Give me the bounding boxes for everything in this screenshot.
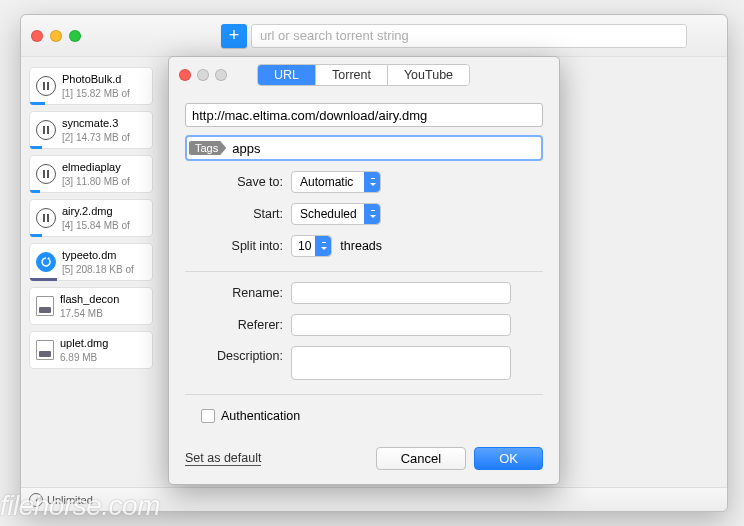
file-icon: [36, 296, 54, 316]
save-to-label: Save to:: [185, 175, 291, 189]
cancel-button[interactable]: Cancel: [376, 447, 466, 470]
pause-icon[interactable]: [36, 76, 56, 96]
url-input[interactable]: [185, 103, 543, 127]
dialog-zoom-icon: [215, 69, 227, 81]
download-item[interactable]: syncmate.3 [2] 14.73 MB of: [29, 111, 153, 149]
dialog-minimize-icon: [197, 69, 209, 81]
download-meta: [5] 208.18 KB of: [62, 263, 146, 276]
tags-chip-icon: Tags: [189, 141, 226, 155]
download-item[interactable]: flash_decon 17.54 MB: [29, 287, 153, 325]
pause-icon[interactable]: [36, 208, 56, 228]
download-meta: [2] 14.73 MB of: [62, 131, 146, 144]
main-titlebar: + url or search torrent string: [21, 15, 727, 57]
download-item[interactable]: typeeto.dm [5] 208.18 KB of: [29, 243, 153, 281]
tags-field[interactable]: Tags: [185, 135, 543, 161]
referer-input[interactable]: [291, 314, 511, 336]
auth-label: Authentication: [221, 409, 300, 423]
retry-icon[interactable]: [36, 252, 56, 272]
download-name: flash_decon: [60, 292, 146, 306]
tab-torrent[interactable]: Torrent: [316, 65, 388, 85]
watermark: filehorse.com: [0, 490, 160, 522]
description-input[interactable]: [291, 346, 511, 380]
file-icon: [36, 340, 54, 360]
tab-youtube[interactable]: YouTube: [388, 65, 469, 85]
close-window-icon[interactable]: [31, 30, 43, 42]
save-to-select[interactable]: Automatic: [291, 171, 381, 193]
download-item[interactable]: PhotoBulk.d [1] 15.82 MB of: [29, 67, 153, 105]
description-label: Description:: [185, 346, 291, 363]
download-item[interactable]: uplet.dmg 6.89 MB: [29, 331, 153, 369]
download-name: airy.2.dmg: [62, 204, 146, 218]
zoom-window-icon[interactable]: [69, 30, 81, 42]
progress-bar: [30, 146, 42, 149]
download-meta: [3] 11.80 MB of: [62, 175, 146, 188]
source-tabbar: URL Torrent YouTube: [257, 64, 470, 86]
section-divider: [185, 394, 543, 395]
progress-bar: [30, 234, 42, 237]
pause-icon[interactable]: [36, 164, 56, 184]
download-meta: 17.54 MB: [60, 307, 146, 320]
referer-label: Referer:: [185, 318, 291, 332]
download-meta: 6.89 MB: [60, 351, 146, 364]
download-item[interactable]: elmediaplay [3] 11.80 MB of: [29, 155, 153, 193]
progress-bar: [30, 278, 57, 281]
split-select[interactable]: 10: [291, 235, 332, 257]
window-controls: [31, 30, 81, 42]
section-divider: [185, 271, 543, 272]
download-meta: [1] 15.82 MB of: [62, 87, 146, 100]
tab-url[interactable]: URL: [258, 65, 316, 85]
add-download-button[interactable]: +: [221, 24, 247, 48]
search-input[interactable]: url or search torrent string: [251, 24, 687, 48]
dialog-close-icon[interactable]: [179, 69, 191, 81]
threads-label: threads: [340, 239, 382, 253]
start-label: Start:: [185, 207, 291, 221]
rename-input[interactable]: [291, 282, 511, 304]
download-name: syncmate.3: [62, 116, 146, 130]
auth-checkbox[interactable]: [201, 409, 215, 423]
tags-input[interactable]: [230, 141, 539, 156]
dialog-footer: Set as default Cancel OK: [169, 433, 559, 470]
download-name: uplet.dmg: [60, 336, 146, 350]
download-list: PhotoBulk.d [1] 15.82 MB of syncmate.3 […: [21, 57, 161, 487]
download-meta: [4] 15.84 MB of: [62, 219, 146, 232]
add-url-dialog: URL Torrent YouTube Tags Save to: Automa…: [168, 56, 560, 485]
split-label: Split into:: [185, 239, 291, 253]
download-name: typeeto.dm: [62, 248, 146, 262]
start-select[interactable]: Scheduled: [291, 203, 381, 225]
minimize-window-icon[interactable]: [50, 30, 62, 42]
progress-bar: [30, 190, 40, 193]
rename-label: Rename:: [185, 286, 291, 300]
dialog-titlebar: URL Torrent YouTube: [169, 57, 559, 93]
dialog-body: Tags Save to: Automatic Start: Scheduled…: [169, 93, 559, 433]
download-item[interactable]: airy.2.dmg [4] 15.84 MB of: [29, 199, 153, 237]
set-default-link[interactable]: Set as default: [185, 451, 261, 466]
progress-bar: [30, 102, 45, 105]
download-name: PhotoBulk.d: [62, 72, 146, 86]
pause-icon[interactable]: [36, 120, 56, 140]
ok-button[interactable]: OK: [474, 447, 543, 470]
download-name: elmediaplay: [62, 160, 146, 174]
